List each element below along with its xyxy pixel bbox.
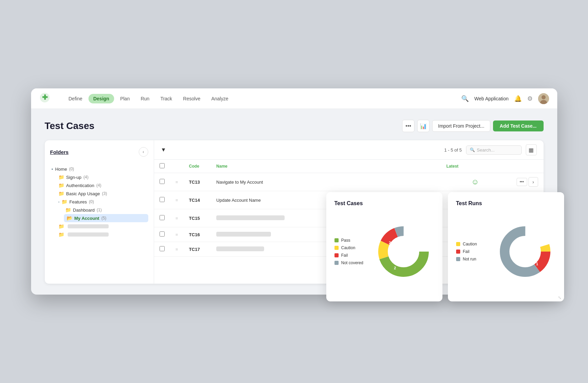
folder-count-authentication: (4) [96,183,101,188]
chart-button[interactable]: 📊 [417,120,429,132]
nav-item-resolve[interactable]: Resolve [178,94,205,103]
notifications-icon[interactable]: 🔔 [514,95,522,102]
row-checkbox-tc17[interactable] [154,242,170,257]
folder-item-features[interactable]: ▪ 📁 Features (0) [57,198,148,206]
folder-item-authentication[interactable]: 📁 Authentication (4) [57,181,148,189]
legend-caution: Caution [334,245,364,250]
folder-closed-icon: 📁 [65,207,71,213]
search-icon[interactable]: 🔍 [461,95,469,102]
test-runs-legend: Caution Fail Not run [456,242,477,261]
folder-children-features: 📁 Dashboard (1) 📂 My Account (5) [64,206,148,222]
svg-text:✚: ✚ [42,94,48,101]
legend-label-caution-runs: Caution [463,242,477,246]
row-checkbox-tc13[interactable] [154,173,170,191]
drag-handle-tc13[interactable]: ≡ [170,173,184,191]
header-drag-col [170,160,184,173]
nav-item-analyze[interactable]: Analyze [206,94,233,103]
nav-item-define[interactable]: Define [64,94,87,103]
header-name[interactable]: Name [211,160,441,173]
label-caution: 2 [388,241,391,245]
drag-handle-tc15[interactable]: ≡ [170,209,184,227]
legend-label-not-run: Not run [463,257,476,261]
blurred-name-tc15 [216,215,285,220]
header-latest[interactable]: Latest [441,160,509,173]
folder-item-blurred-2[interactable]: 📁 [57,230,148,239]
folder-label-basic-app-usage: Basic App Usage [66,191,100,196]
app-name: Web Application [474,96,508,101]
folder-closed-icon: 📁 [61,199,67,204]
legend-fail-runs: Fail [456,249,477,254]
row-checkbox-tc14[interactable] [154,191,170,209]
more-options-tc13[interactable]: ••• [517,178,527,186]
nav-item-run[interactable]: Run [136,94,154,103]
legend-label-not-covered: Not covered [341,260,364,265]
nav-item-design[interactable]: Design [88,94,114,103]
folder-closed-icon: 📁 [58,183,64,188]
checkbox-tc14[interactable] [160,197,165,202]
legend-caution-runs: Caution [456,242,477,246]
avatar[interactable] [538,93,549,104]
folder-count-basic-app-usage: (3) [102,191,107,196]
checkbox-tc13[interactable] [160,179,165,184]
folder-count-dashboard: (1) [97,208,102,212]
sidebar-header: Folders ‹ [50,147,148,159]
columns-toggle-button[interactable]: ▦ [526,144,537,155]
search-box[interactable]: 🔍 [466,145,522,155]
folder-closed-icon: ▪ [52,166,53,172]
label-fail-runs: 1 [536,262,538,266]
folder-label-blurred-1 [68,224,109,228]
folder-item-signup[interactable]: 📁 Sign-up (4) [57,173,148,181]
folder-label-dashboard: Dashboard [73,208,95,213]
header-code[interactable]: Code [183,160,211,173]
label-fail: 2 [394,266,396,270]
add-test-case-button[interactable]: Add Test Case... [493,120,544,131]
test-runs-donut-svg: 1 1 2 [494,221,556,282]
folder-label-my-account: My Account [74,216,99,221]
folder-children-home: 📁 Sign-up (4) 📁 Authentication (4) [57,173,148,239]
nav-item-plan[interactable]: Plan [115,94,135,103]
folder-tree: ▪ Home (0) 📁 Sign-up (4) [50,165,148,239]
legend-dot-caution [334,246,339,250]
actions-tc13: ••• › [509,173,544,191]
import-button[interactable]: Import From Project... [432,120,490,132]
folder-item-blurred-1[interactable]: 📁 [57,222,148,230]
legend-fail: Fail [334,253,364,258]
test-runs-chart-content: Caution Fail Not run [456,212,556,291]
search-input[interactable] [477,147,518,153]
legend-dot-fail-runs [456,250,460,254]
code-tc14: TC14 [183,191,211,209]
legend-label-caution: Caution [341,245,355,250]
folder-label-blurred-2 [68,232,109,237]
row-checkbox-tc16[interactable] [154,227,170,242]
folder-item-my-account[interactable]: 📂 My Account (5) [64,214,148,222]
legend-dot-caution-runs [456,242,460,246]
drag-handle-tc14[interactable]: ≡ [170,191,184,209]
folder-count-home: (0) [69,167,74,171]
folder-item-home[interactable]: ▪ Home (0) [50,165,148,173]
toolbar-left: ▼ [161,147,166,153]
checkbox-tc16[interactable] [160,231,165,237]
folder-item-dashboard[interactable]: 📁 Dashboard (1) [64,206,148,214]
test-cases-chart-title: Test Cases [334,200,434,207]
folder-count-my-account: (5) [101,216,107,221]
checkbox-tc17[interactable] [160,246,165,251]
folder-item-basic-app-usage[interactable]: 📁 Basic App Usage (3) [57,189,148,198]
drag-handle-tc17[interactable]: ≡ [170,242,184,257]
drag-handle-tc16[interactable]: ≡ [170,227,184,242]
test-runs-chart-card: Test Runs Caution Fail Not run [448,192,564,301]
row-checkbox-tc15[interactable] [154,209,170,227]
sidebar: Folders ‹ ▪ Home (0) 📁 [45,140,154,284]
chevron-tc13[interactable]: › [529,177,538,187]
sidebar-collapse-button[interactable]: ‹ [139,147,148,157]
legend-dot-pass [334,238,339,242]
table-row: ≡ TC13 Navigate to My Account ☺ ••• [154,173,544,191]
nav-item-track[interactable]: Track [155,94,177,103]
select-all-checkbox[interactable] [160,163,165,168]
filter-icon[interactable]: ▼ [161,147,166,153]
settings-icon[interactable]: ⚙ [527,95,533,102]
more-options-button[interactable]: ••• [402,120,414,132]
app-logo[interactable]: ✚ [39,92,50,105]
checkbox-tc15[interactable] [160,215,165,220]
code-tc13: TC13 [183,173,211,191]
folder-toggle-icon: ▪ [58,200,60,204]
